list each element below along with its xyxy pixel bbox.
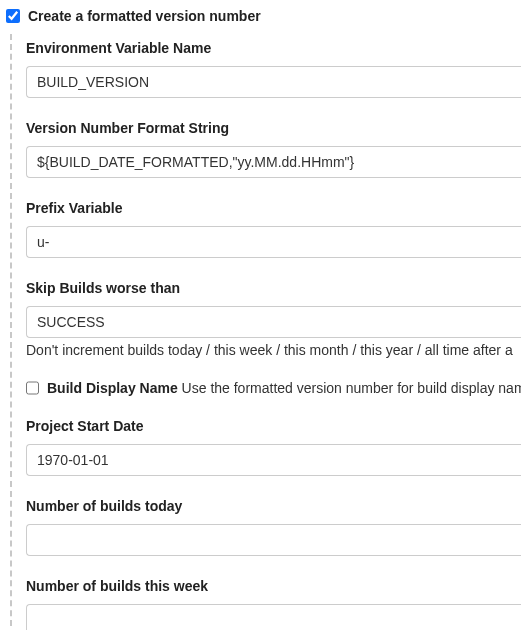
prefix-variable-label: Prefix Variable [26,200,521,216]
build-display-name-row: Build Display Name Use the formatted ver… [26,380,521,396]
skip-builds-field: Skip Builds worse than SUCCESS Don't inc… [26,280,521,358]
builds-today-input[interactable] [26,524,521,556]
builds-this-week-input[interactable] [26,604,521,630]
top-option-row: Create a formatted version number [6,8,521,24]
config-section: Create a formatted version number Enviro… [0,0,521,630]
builds-today-label: Number of builds today [26,498,521,514]
format-string-label: Version Number Format String [26,120,521,136]
project-start-date-label: Project Start Date [26,418,521,434]
skip-builds-help: Don't increment builds today / this week… [26,342,521,358]
project-start-date-field: Project Start Date [26,418,521,476]
create-version-checkbox[interactable] [6,9,20,23]
env-var-name-field: Environment Variable Name [26,40,521,98]
create-version-title: Create a formatted version number [28,8,261,24]
build-display-name-desc: Use the formatted version number for bui… [182,380,521,396]
prefix-variable-field: Prefix Variable [26,200,521,258]
project-start-date-input[interactable] [26,444,521,476]
skip-builds-label: Skip Builds worse than [26,280,521,296]
builds-this-week-label: Number of builds this week [26,578,521,594]
builds-today-field: Number of builds today [26,498,521,556]
version-options-block: Environment Variable Name Version Number… [10,34,521,630]
env-var-name-input[interactable] [26,66,521,98]
skip-builds-select[interactable]: SUCCESS [26,306,521,338]
build-display-name-label: Build Display Name [47,380,178,396]
format-string-field: Version Number Format String [26,120,521,178]
builds-this-week-field: Number of builds this week [26,578,521,630]
build-display-name-checkbox[interactable] [26,381,39,395]
prefix-variable-input[interactable] [26,226,521,258]
env-var-name-label: Environment Variable Name [26,40,521,56]
format-string-input[interactable] [26,146,521,178]
